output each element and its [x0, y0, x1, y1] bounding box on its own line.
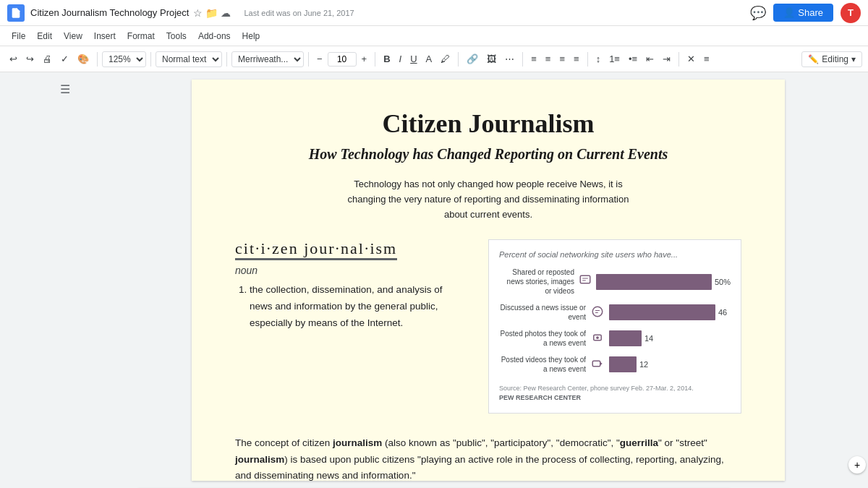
menu-view[interactable]: View [59, 30, 87, 43]
definition-area: cit·i·zen jour·nal·ism noun the collecti… [235, 239, 467, 413]
document-title: Citizen Journalism Technology Project [30, 7, 189, 18]
definition-pos: noun [235, 265, 467, 276]
chart-row-1: Discussed a news issue or event 46 [499, 303, 731, 322]
separator-2 [150, 52, 151, 67]
editing-label: Editing [822, 54, 848, 64]
share-button[interactable]: 👤 Share [773, 4, 833, 22]
star-icon[interactable]: ☆ [193, 7, 203, 19]
svg-point-1 [592, 307, 603, 317]
chart-bar-container-0: 50% [596, 274, 731, 290]
link-button[interactable]: 🔗 [463, 51, 482, 67]
chart-icon-2 [590, 331, 605, 346]
image-button[interactable]: 🖼 [483, 51, 500, 67]
separator-1 [97, 52, 98, 67]
separator-6 [458, 52, 459, 67]
chart-bar-0 [596, 274, 712, 290]
chart-label-2: Posted photos they took of a news event [499, 329, 586, 348]
menu-addons[interactable]: Add-ons [194, 30, 235, 43]
clear-format[interactable]: ✕ [684, 51, 699, 67]
document-subtitle: How Technology has Changed Reporting on … [235, 146, 741, 163]
chart-source-org: PEW RESEARCH CENTER [499, 393, 731, 403]
chart-icon-0 [579, 274, 592, 289]
bold-button[interactable]: B [380, 51, 393, 67]
bullet-list[interactable]: •≡ [625, 51, 641, 67]
zoom-select[interactable]: 125% [102, 51, 146, 67]
chart-bar-container-1: 46 [609, 304, 731, 320]
definition-item: the collection, dissemination, and analy… [250, 282, 467, 332]
menu-help[interactable]: Help [238, 30, 265, 43]
chart-area: Percent of social networking site users … [488, 239, 741, 413]
chart-bar-1 [609, 304, 715, 320]
folder-icon[interactable]: 📁 [205, 7, 218, 19]
chart-bar-2 [609, 330, 642, 346]
document-main-title: Citizen Journalism [235, 108, 741, 139]
underline-button[interactable]: U [407, 51, 420, 67]
document-area: ☰ Citizen Journalism How Technology has … [0, 72, 868, 488]
outline-icon[interactable]: ☰ [60, 82, 70, 96]
svg-rect-4 [592, 361, 600, 367]
align-left[interactable]: ≡ [527, 51, 540, 67]
text-options[interactable]: ≡ [700, 51, 713, 67]
definition-word: cit·i·zen jour·nal·ism [235, 239, 397, 260]
style-select[interactable]: Normal text [156, 51, 222, 67]
chart-bar-container-2: 14 [609, 330, 731, 346]
chart-value-1: 46 [718, 308, 727, 317]
separator-3 [226, 52, 227, 67]
document-page[interactable]: Citizen Journalism How Technology has Ch… [192, 80, 785, 481]
spellcheck-button[interactable]: ✓ [57, 51, 72, 67]
bottom-paragraph: The concept of citizen journalism (also … [235, 435, 741, 481]
font-color-button[interactable]: A [422, 51, 436, 67]
comment-icon[interactable]: 💬 [750, 5, 766, 21]
align-justify[interactable]: ≡ [570, 51, 583, 67]
last-edit: Last edit was on June 21, 2017 [244, 9, 354, 17]
menu-file[interactable]: File [7, 30, 30, 43]
indent-increase[interactable]: ⇥ [659, 51, 674, 67]
chart-icon-3 [590, 357, 605, 372]
chart-value-2: 14 [644, 334, 653, 343]
chart-row-2: Posted photos they took of a news event … [499, 329, 731, 348]
font-size-decrease[interactable]: − [313, 51, 326, 67]
left-panel: ☰ [0, 72, 130, 488]
separator-5 [375, 52, 375, 67]
top-right-controls: 💬 👤 Share T [750, 3, 861, 23]
italic-button[interactable]: I [396, 51, 406, 67]
share-icon: 👤 [783, 7, 795, 18]
menu-format[interactable]: Format [123, 30, 159, 43]
line-spacing[interactable]: ↕ [592, 51, 605, 67]
font-size-increase[interactable]: + [358, 51, 371, 67]
numbered-list[interactable]: 1≡ [605, 51, 624, 67]
paint-format-button[interactable]: 🎨 [74, 51, 93, 67]
menu-bar: File Edit View Insert Format Tools Add-o… [0, 26, 868, 46]
align-right[interactable]: ≡ [556, 51, 569, 67]
chart-title: Percent of social networking site users … [499, 250, 731, 259]
chart-value-3: 12 [639, 360, 648, 369]
undo-button[interactable]: ↩ [6, 51, 21, 67]
chart-label-0: Shared or reposted news stories, images … [499, 267, 574, 296]
highlight-button[interactable]: 🖊 [437, 51, 454, 67]
font-size-input[interactable] [328, 52, 357, 67]
chart-bar-container-3: 12 [609, 356, 731, 372]
chart-label-3: Posted videos they took of a news event [499, 355, 586, 374]
chart-row-3: Posted videos they took of a news event … [499, 355, 731, 374]
menu-insert[interactable]: Insert [90, 30, 120, 43]
separator-8 [587, 52, 588, 67]
menu-tools[interactable]: Tools [162, 30, 191, 43]
more-button[interactable]: ⋯ [501, 51, 518, 67]
font-select[interactable]: Merriweath... [231, 51, 304, 67]
editing-mode-button[interactable]: ✏️ Editing ▾ [801, 51, 862, 67]
intro-paragraph: Technology has not only changed how peop… [344, 177, 633, 222]
menu-edit[interactable]: Edit [33, 30, 56, 43]
editing-chevron-icon: ▾ [851, 54, 856, 64]
cloud-icon[interactable]: ☁ [221, 7, 231, 19]
right-panel: + [846, 72, 868, 488]
align-center[interactable]: ≡ [542, 51, 555, 67]
chart-icon-1 [590, 305, 605, 320]
avatar[interactable]: T [841, 3, 861, 23]
indent-decrease[interactable]: ⇤ [642, 51, 658, 67]
title-icons: ☆ 📁 ☁ [193, 7, 231, 19]
redo-button[interactable]: ↪ [22, 51, 38, 67]
chart-label-1: Discussed a news issue or event [499, 303, 586, 322]
zoom-fab-button[interactable]: + [848, 456, 866, 474]
print-button[interactable]: 🖨 [39, 51, 56, 67]
svg-marker-5 [600, 362, 603, 366]
